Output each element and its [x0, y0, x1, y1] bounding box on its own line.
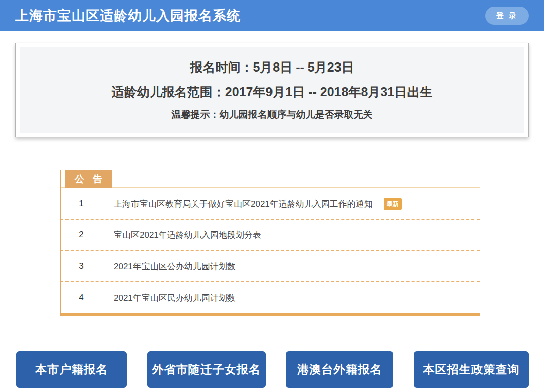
app-header: 上海市宝山区适龄幼儿入园报名系统 登 录 [0, 0, 544, 31]
login-button[interactable]: 登 录 [485, 7, 529, 25]
notice-panel: 报名时间：5月8日 -- 5月23日 适龄幼儿报名范围：2017年9月1日 --… [15, 43, 529, 137]
announcements-bottom-bar [60, 313, 480, 316]
enrollment-policy-query-button[interactable]: 本区招生政策查询 [414, 351, 529, 388]
announcement-link[interactable]: 2021年宝山区民办幼儿园计划数 [114, 292, 236, 304]
announcements-tab: 公 告 [65, 170, 112, 188]
page-title: 上海市宝山区适龄幼儿入园报名系统 [15, 7, 241, 25]
announcement-link[interactable]: 2021年宝山区公办幼儿园计划数 [114, 260, 236, 272]
registration-range-text: 适龄幼儿报名范围：2017年9月1日 -- 2018年8月31日出生 [112, 84, 432, 100]
action-button-row: 本市户籍报名 外省市随迁子女报名 港澳台外籍报名 本区招生政策查询 [16, 351, 529, 388]
announcement-index: 1 [70, 199, 93, 209]
announcement-index: 2 [70, 230, 93, 240]
announcement-link[interactable]: 宝山区2021年适龄幼儿入园地段划分表 [114, 229, 261, 241]
announcement-index: 4 [70, 293, 93, 303]
migrant-children-registration-button[interactable]: 外省市随迁子女报名 [147, 351, 266, 388]
announcement-divider [101, 228, 101, 242]
registration-time-text: 报名时间：5月8日 -- 5月23日 [190, 59, 354, 76]
local-household-registration-button[interactable]: 本市户籍报名 [16, 351, 127, 388]
announcement-item-1[interactable]: 1 上海市宝山区教育局关于做好宝山区2021年适龄幼儿入园工作的通知 最新 [60, 188, 480, 220]
notice-panel-inner: 报名时间：5月8日 -- 5月23日 适龄幼儿报名范围：2017年9月1日 --… [20, 47, 524, 133]
announcement-link[interactable]: 上海市宝山区教育局关于做好宝山区2021年适龄幼儿入园工作的通知 [114, 198, 373, 210]
announcement-divider [101, 259, 101, 273]
announcements-header: 公 告 [60, 170, 480, 188]
announcements-section: 公 告 1 上海市宝山区教育局关于做好宝山区2021年适龄幼儿入园工作的通知 最… [60, 170, 480, 316]
announcement-item-3[interactable]: 3 2021年宝山区公办幼儿园计划数 [60, 251, 480, 282]
announcement-index: 3 [70, 261, 93, 271]
announcement-divider [101, 197, 101, 211]
notice-tip-text: 温馨提示：幼儿园报名顺序与幼儿是否录取无关 [172, 108, 373, 121]
announcement-item-2[interactable]: 2 宝山区2021年适龄幼儿入园地段划分表 [60, 220, 480, 251]
announcement-divider [101, 291, 101, 305]
hk-macao-taiwan-foreign-registration-button[interactable]: 港澳台外籍报名 [286, 351, 393, 388]
announcements-left-accent-line [60, 170, 61, 316]
new-badge: 最新 [384, 198, 402, 210]
announcement-item-4[interactable]: 4 2021年宝山区民办幼儿园计划数 [60, 282, 480, 313]
